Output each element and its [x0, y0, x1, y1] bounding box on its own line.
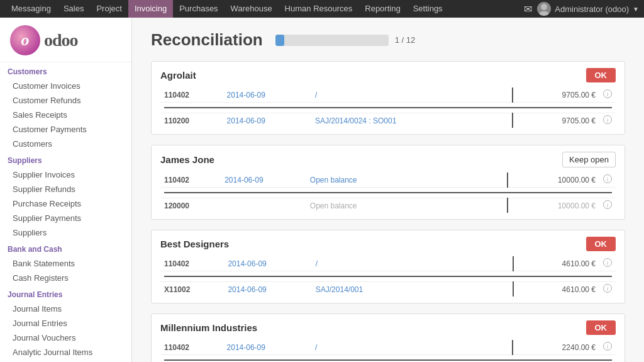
card-header: Millennium IndustriesOK [160, 320, 616, 335]
sidebar-section-customers: Customers [0, 62, 131, 79]
sidebar-item-journal-entries[interactable]: Journal Entries [0, 316, 131, 331]
reconciliation-card: AgrolaitOK1104022014-06-09/9705.00 €i110… [151, 61, 625, 135]
ok-button[interactable]: OK [586, 68, 616, 82]
sidebar-item-analytic-journal-items[interactable]: Analytic Journal Items [0, 345, 131, 359]
card-header: AgrolaitOK [160, 68, 616, 82]
reconciliation-card: Best DesignersOK1104022014-06-09/4610.00… [151, 230, 625, 303]
progress-label: 1 / 12 [395, 35, 416, 45]
sidebar-item-customer-payments[interactable]: Customer Payments [0, 122, 131, 137]
sidebar-item-customer-invoices[interactable]: Customer Invoices [0, 79, 131, 93]
info-icon[interactable]: i [599, 113, 616, 128]
ref-cell: / [312, 256, 513, 271]
sidebar-item-journal-items[interactable]: Journal Items [0, 302, 131, 316]
info-icon[interactable]: i [599, 173, 616, 188]
ref-cell: Open balance [306, 173, 508, 188]
separator-cell [508, 173, 516, 188]
svg-text:i: i [607, 176, 608, 183]
sidebar-item-bank-statements[interactable]: Bank Statements [0, 256, 131, 271]
nav-item-project[interactable]: Project [90, 0, 128, 18]
company-name: Agrolait [160, 70, 196, 81]
rec-table: 1104022014-06-09/2240.00 €i1102002014-06… [160, 340, 616, 362]
table-row: 120000Open balance10000.00 €i [160, 198, 616, 213]
info-icon[interactable]: i [599, 256, 616, 271]
sidebar-item-sales-receipts[interactable]: Sales Receipts [0, 108, 131, 122]
amount-cell: 10000.00 € [516, 173, 599, 188]
table-row: 1104022014-06-09Open balance10000.00 €i [160, 173, 616, 188]
account-cell: X11002 [160, 282, 224, 297]
svg-text:i: i [607, 344, 608, 350]
company-name: Millennium Industries [160, 322, 257, 333]
amount-cell: 2240.00 € [521, 340, 599, 355]
date-cell: 2014-06-09 [223, 113, 311, 128]
ok-button[interactable]: OK [586, 237, 616, 251]
sidebar-section-journal-entries: Journal Entries [0, 285, 131, 302]
sidebar-item-suppliers[interactable]: Suppliers [0, 225, 131, 240]
sidebar-item-supplier-refunds[interactable]: Supplier Refunds [0, 182, 131, 196]
separator-cell [513, 256, 521, 271]
date-cell: 2014-06-09 [223, 340, 311, 355]
info-icon[interactable]: i [599, 88, 616, 103]
ref-cell: SAJ/2014/0024 : SO001 [311, 113, 513, 128]
sidebar-section-bank-cash: Bank and Cash [0, 240, 131, 256]
avatar [537, 2, 551, 16]
progress-bar-container [275, 35, 389, 46]
ref-cell: SAJ/2014/001 [312, 282, 513, 297]
main-content: Reconciliation 1 / 12 AgrolaitOK11040220… [132, 18, 644, 362]
sidebar-item-journal-vouchers[interactable]: Journal Vouchers [0, 331, 131, 345]
table-row: 1104022014-06-09/9705.00 €i [160, 88, 616, 103]
amount-cell: 4610.00 € [521, 256, 599, 271]
nav-item-settings[interactable]: Settings [407, 0, 449, 18]
info-icon[interactable]: i [599, 198, 616, 213]
sidebar-item-cash-registers[interactable]: Cash Registers [0, 271, 131, 285]
reconciliation-card: Millennium IndustriesOK1104022014-06-09/… [151, 314, 625, 362]
company-name: James Jone [160, 154, 214, 165]
sidebar-item-supplier-payments[interactable]: Supplier Payments [0, 211, 131, 225]
sidebar-item-customer-refunds[interactable]: Customer Refunds [0, 93, 131, 108]
amount-cell: 9705.00 € [521, 113, 599, 128]
svg-point-1 [539, 11, 549, 16]
logo-area: o odoo [0, 18, 131, 62]
user-menu[interactable]: Administrator (odoo) ▼ [537, 2, 639, 16]
mail-icon[interactable]: ✉ [524, 3, 532, 15]
company-name: Best Designers [160, 239, 229, 249]
rec-table: 1104022014-06-09/9705.00 €i1102002014-06… [160, 88, 616, 128]
nav-right-area: ✉ Administrator (odoo) ▼ [524, 2, 639, 16]
rec-table: 1104022014-06-09/4610.00 €iX110022014-06… [160, 256, 616, 297]
sidebar-item-supplier-invoices[interactable]: Supplier Invoices [0, 167, 131, 182]
separator-cell [508, 198, 516, 213]
nav-item-purchases[interactable]: Purchases [173, 0, 224, 18]
table-row: 1104022014-06-09/4610.00 €i [160, 256, 616, 271]
svg-text:i: i [607, 117, 608, 123]
nav-item-reporting[interactable]: Reporting [358, 0, 406, 18]
nav-item-invoicing[interactable]: Invoicing [128, 0, 173, 18]
nav-item-sales[interactable]: Sales [57, 0, 91, 18]
table-row: 1102002014-06-09SAJ/2014/0024 : SO001970… [160, 113, 616, 128]
logo: o odoo [10, 25, 121, 55]
nav-item-messaging[interactable]: Messaging [5, 0, 57, 18]
info-icon[interactable]: i [599, 340, 616, 355]
nav-item-hr[interactable]: Human Resources [279, 0, 359, 18]
page-title: Reconciliation [151, 30, 263, 50]
separator-cell [513, 340, 521, 355]
date-cell [221, 198, 306, 213]
amount-cell: 10000.00 € [516, 198, 599, 213]
nav-item-warehouse[interactable]: Warehouse [225, 0, 279, 18]
separator-cell [513, 113, 521, 128]
card-header: James JoneKeep open [160, 152, 616, 167]
table-row: 1104022014-06-09/2240.00 €i [160, 340, 616, 355]
page-header: Reconciliation 1 / 12 [151, 30, 625, 50]
sidebar-item-customers[interactable]: Customers [0, 137, 131, 151]
ref-cell: / [311, 88, 513, 103]
svg-point-0 [541, 4, 547, 10]
sidebar-section-suppliers: Suppliers [0, 151, 131, 167]
date-cell: 2014-06-09 [221, 173, 306, 188]
info-icon[interactable]: i [599, 282, 616, 297]
progress-area: 1 / 12 [275, 35, 625, 46]
top-navigation: Messaging Sales Project Invoicing Purcha… [0, 0, 644, 18]
keep-open-button[interactable]: Keep open [562, 152, 616, 167]
ok-button[interactable]: OK [586, 320, 616, 335]
account-cell: 110402 [160, 340, 223, 355]
sidebar-item-purchase-receipts[interactable]: Purchase Receipts [0, 196, 131, 211]
table-row: X110022014-06-09SAJ/2014/0014610.00 €i [160, 282, 616, 297]
progress-bar-fill [275, 35, 284, 46]
